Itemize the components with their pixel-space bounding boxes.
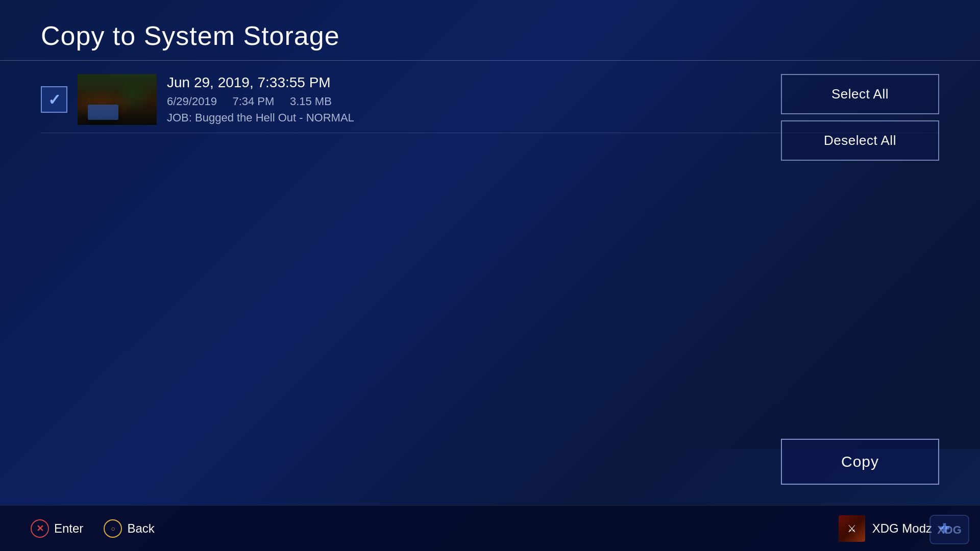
title-divider (0, 60, 980, 61)
save-size: 3.15 MB (290, 95, 332, 108)
enter-label: Enter (54, 521, 83, 536)
checkmark-icon: ✓ (48, 91, 61, 109)
deselect-all-button[interactable]: Deselect All (781, 120, 939, 161)
bottom-bar: ✕ Enter ○ Back ⚔ XDG Modz ✚ (0, 505, 980, 551)
x-button-icon: ✕ (31, 519, 49, 538)
enter-control: ✕ Enter (31, 519, 83, 538)
logo-watermark: XDG (929, 514, 970, 545)
save-checkbox[interactable]: ✓ (41, 86, 67, 113)
circle-button-icon: ○ (104, 519, 122, 538)
svg-text:XDG: XDG (937, 523, 962, 536)
select-all-button[interactable]: Select All (781, 74, 939, 114)
avatar-image: ⚔ (847, 522, 856, 535)
save-thumbnail (78, 74, 157, 125)
save-date: 6/29/2019 (167, 95, 217, 108)
save-time: 7:34 PM (232, 95, 274, 108)
page-title: Copy to System Storage (41, 20, 340, 51)
back-label: Back (127, 521, 154, 536)
username: XDG Modz (872, 521, 932, 536)
right-panel: Select All Deselect All (781, 74, 939, 161)
avatar: ⚔ (839, 515, 865, 542)
copy-button[interactable]: Copy (781, 439, 939, 485)
bottom-controls: ✕ Enter ○ Back (31, 519, 155, 538)
back-control: ○ Back (104, 519, 154, 538)
copy-button-container: Copy (781, 439, 939, 485)
